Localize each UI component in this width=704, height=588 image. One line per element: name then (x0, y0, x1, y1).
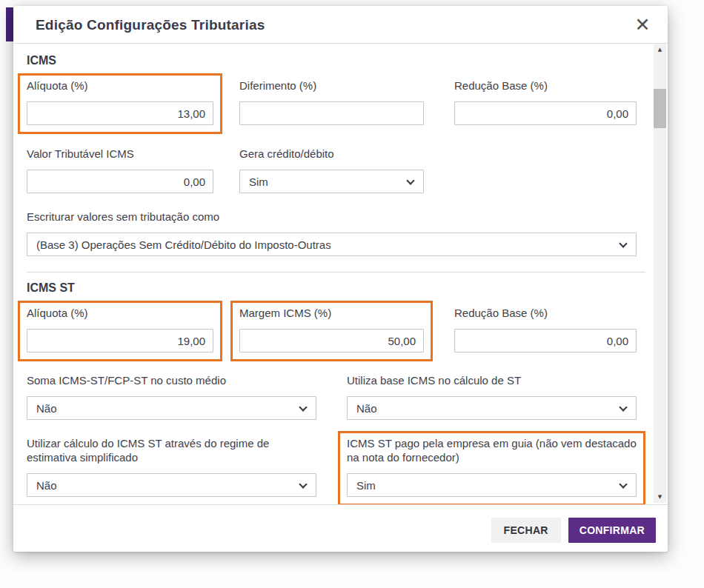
icms-aliquota-input[interactable] (27, 101, 213, 125)
close-icon[interactable]: ✕ (631, 14, 654, 36)
section-divider (27, 272, 645, 273)
dialog-header: Edição Configurações Tributarias ✕ (13, 6, 668, 43)
icms-st-reducao-base-input[interactable] (454, 329, 637, 353)
chevron-down-icon (406, 176, 414, 184)
icms-row-1: Alíquota (%) Diferimento (%) Redução Bas… (18, 73, 651, 134)
chevron-down-icon (619, 239, 627, 247)
icms-reducao-base-input[interactable] (454, 101, 637, 125)
soma-custo-medio-select[interactable]: Não (27, 396, 316, 420)
pago-em-guia-select[interactable]: Sim (347, 473, 637, 497)
valor-tributavel-label: Valor Tributável ICMS (27, 147, 213, 161)
utiliza-base-icms-select[interactable]: Não (347, 396, 637, 420)
icms-st-aliquota-label: Alíquota (%) (27, 306, 213, 320)
icms-st-reducao-base-label: Redução Base (%) (454, 306, 637, 320)
selected-value: (Base 3) Operações Sem Crédito/Débito do… (36, 238, 331, 251)
icms-reducao-base-field: Redução Base (%) (445, 73, 645, 134)
chevron-down-icon (299, 403, 307, 411)
icms-row-3: Escriturar valores sem tributação como (… (18, 204, 651, 265)
selected-value: Não (36, 402, 57, 415)
utiliza-base-icms-label: Utiliza base ICMS no cálculo de ST (347, 373, 637, 387)
fechar-button[interactable]: FECHAR (491, 518, 561, 543)
icms-st-row-2: Soma ICMS-ST/FCP-ST no custo médio Não U… (18, 368, 651, 429)
chevron-down-icon (619, 403, 627, 411)
triangle-down-icon: ▼ (658, 495, 662, 500)
icms-diferimento-field: Diferimento (%) (230, 73, 433, 134)
scroll-down-button[interactable]: ▼ (654, 491, 666, 503)
selected-value: Não (36, 479, 57, 492)
margem-icms-input[interactable] (239, 329, 424, 353)
margem-icms-label: Margem ICMS (%) (239, 306, 424, 320)
section-heading-icms-st: ICMS ST (27, 281, 651, 295)
pago-em-guia-label: ICMS ST pago pela empresa em guia (não v… (347, 436, 637, 464)
dialog-body: ICMS Alíquota (%) Diferimento (%) Reduçã… (13, 43, 668, 504)
gera-credito-debito-label: Gera crédito/débito (239, 147, 424, 161)
icms-st-aliquota-field: Alíquota (%) (18, 301, 222, 361)
pago-em-guia-field: ICMS ST pago pela empresa em guia (não v… (338, 431, 645, 504)
icms-st-row-3: Utilizar cálculo do ICMS ST através do r… (18, 431, 651, 504)
valor-tributavel-field: Valor Tributável ICMS (18, 141, 222, 202)
section-heading-icms: ICMS (27, 53, 651, 68)
regime-estimativa-select[interactable]: Não (27, 473, 316, 497)
chevron-down-icon (619, 480, 627, 488)
gera-credito-debito-select[interactable]: Sim (239, 170, 424, 193)
regime-estimativa-label: Utilizar cálculo do ICMS ST através do r… (27, 436, 316, 464)
icms-st-row-1: Alíquota (%) Margem ICMS (%) Redução Bas… (18, 301, 651, 361)
confirmar-button[interactable]: CONFIRMAR (568, 518, 656, 543)
valor-tributavel-input[interactable] (27, 170, 213, 193)
icms-st-reducao-base-field: Redução Base (%) (445, 301, 645, 361)
icms-diferimento-input[interactable] (239, 101, 424, 125)
escriturar-select[interactable]: (Base 3) Operações Sem Crédito/Débito do… (27, 233, 637, 256)
margem-icms-field: Margem ICMS (%) (230, 301, 433, 361)
dialog-footer: FECHAR CONFIRMAR (13, 504, 668, 552)
regime-estimativa-field: Utilizar cálculo do ICMS ST através do r… (18, 431, 325, 504)
scrollbar-track[interactable]: ▲ ▼ (654, 44, 666, 503)
tax-config-dialog: Edição Configurações Tributarias ✕ ICMS … (13, 6, 668, 552)
gera-credito-debito-field: Gera crédito/débito Sim (230, 141, 433, 202)
scroll-up-button[interactable]: ▲ (654, 44, 666, 56)
icms-st-aliquota-input[interactable] (27, 329, 213, 353)
dialog-title: Edição Configurações Tributarias (36, 17, 265, 33)
icms-aliquota-label: Alíquota (%) (27, 78, 213, 93)
page-background: Edição Configurações Tributarias ✕ ICMS … (0, 0, 704, 588)
soma-custo-medio-field: Soma ICMS-ST/FCP-ST no custo médio Não (18, 368, 325, 429)
soma-custo-medio-label: Soma ICMS-ST/FCP-ST no custo médio (27, 373, 316, 387)
selected-value: Sim (249, 176, 268, 188)
selected-value: Não (356, 402, 377, 415)
chevron-down-icon (299, 480, 307, 488)
icms-diferimento-label: Diferimento (%) (239, 78, 424, 93)
escriturar-field: Escriturar valores sem tributação como (… (18, 204, 645, 265)
form-content: ICMS Alíquota (%) Diferimento (%) Reduçã… (13, 53, 651, 504)
selected-value: Sim (356, 479, 376, 492)
utiliza-base-icms-field: Utiliza base ICMS no cálculo de ST Não (338, 368, 645, 429)
scrollbar-thumb[interactable] (654, 89, 666, 128)
icms-reducao-base-label: Redução Base (%) (454, 78, 637, 93)
icms-row-2: Valor Tributável ICMS Gera crédito/débit… (18, 141, 651, 202)
triangle-up-icon: ▲ (658, 47, 662, 53)
icms-aliquota-field: Alíquota (%) (18, 73, 222, 134)
escriturar-label: Escriturar valores sem tributação como (27, 210, 637, 224)
